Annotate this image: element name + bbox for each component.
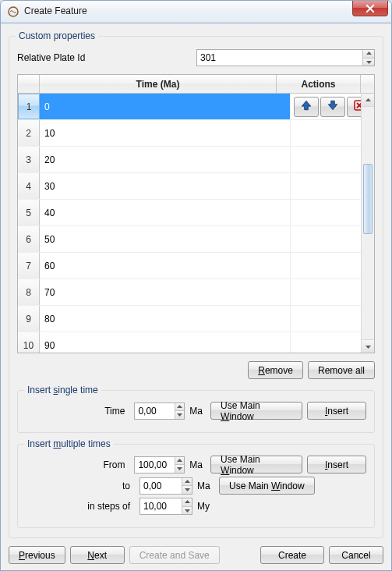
insert-multiple-step-row: in steps of My bbox=[26, 498, 366, 515]
table-row[interactable]: 760 bbox=[18, 253, 374, 279]
row-time-cell[interactable]: 50 bbox=[40, 226, 290, 252]
table-row[interactable]: 540 bbox=[18, 200, 374, 226]
multiple-to-label: to bbox=[26, 481, 135, 491]
spin-up-icon[interactable] bbox=[182, 498, 192, 507]
spin-down-icon[interactable] bbox=[182, 486, 192, 494]
remove-button-row: Remove Remove all bbox=[17, 361, 375, 379]
app-icon bbox=[7, 5, 19, 18]
row-number[interactable]: 10 bbox=[18, 332, 40, 353]
window-title: Create Feature bbox=[24, 5, 391, 18]
row-time-cell[interactable]: 20 bbox=[40, 147, 290, 172]
spin-down-icon[interactable] bbox=[363, 59, 374, 66]
single-time-label: Time bbox=[26, 406, 129, 417]
row-move-up-button[interactable] bbox=[294, 97, 319, 117]
create-button[interactable]: Create bbox=[260, 546, 324, 564]
insert-single-group: Insert single time Time Ma Use Main Wind… bbox=[17, 390, 375, 433]
insert-multiple-group: Insert multiple times From Ma Use Main W… bbox=[17, 444, 375, 528]
spin-up-icon[interactable] bbox=[182, 478, 192, 487]
row-number[interactable]: 7 bbox=[18, 253, 40, 278]
table-header-rownum bbox=[18, 75, 40, 93]
cancel-button[interactable]: Cancel bbox=[329, 546, 383, 564]
table-row[interactable]: 650 bbox=[18, 226, 374, 253]
row-number[interactable]: 4 bbox=[18, 173, 40, 199]
multiple-step-spinbox[interactable] bbox=[139, 498, 192, 515]
table-header-actions: Actions bbox=[277, 75, 361, 93]
row-number[interactable]: 8 bbox=[18, 279, 40, 305]
multiple-from-input[interactable] bbox=[135, 457, 174, 473]
window-close-button[interactable] bbox=[352, 1, 388, 16]
multiple-step-unit: My bbox=[197, 501, 214, 512]
multiple-from-spinbox[interactable] bbox=[134, 456, 185, 473]
arrow-up-icon bbox=[300, 99, 313, 114]
row-number[interactable]: 5 bbox=[18, 200, 40, 225]
row-number[interactable]: 2 bbox=[18, 120, 40, 146]
row-time-cell[interactable]: 40 bbox=[40, 200, 290, 225]
multiple-from-unit: Ma bbox=[189, 459, 206, 470]
row-time-cell[interactable]: 30 bbox=[40, 173, 290, 199]
single-use-main-window-button[interactable]: Use Main Window bbox=[210, 402, 302, 420]
table-row[interactable]: 210 bbox=[18, 120, 374, 147]
row-time-cell[interactable]: 70 bbox=[40, 279, 290, 305]
row-number[interactable]: 1 bbox=[18, 94, 40, 119]
table-header-scroll-gap bbox=[361, 75, 374, 93]
multiple-to-spinbox[interactable] bbox=[139, 477, 192, 495]
relative-plate-label: Relative Plate Id bbox=[17, 52, 196, 63]
time-table: Time (Ma) Actions 1021032043054065076087… bbox=[17, 74, 375, 353]
row-time-cell[interactable]: 80 bbox=[40, 306, 290, 332]
single-time-input[interactable] bbox=[135, 403, 174, 419]
spin-up-icon[interactable] bbox=[175, 457, 185, 466]
scroll-up-icon[interactable] bbox=[362, 94, 374, 107]
next-button[interactable]: Next bbox=[70, 546, 125, 564]
custom-properties-legend: Custom properties bbox=[16, 30, 98, 41]
table-header: Time (Ma) Actions bbox=[18, 75, 374, 94]
custom-properties-group: Custom properties Relative Plate Id Time… bbox=[9, 36, 383, 538]
insert-multiple-to-row: to Ma Use Main Window bbox=[26, 477, 366, 495]
create-and-save-button[interactable]: Create and Save bbox=[129, 546, 220, 564]
multiple-from-label: From bbox=[26, 459, 129, 470]
row-time-cell[interactable]: 60 bbox=[40, 253, 290, 278]
insert-multiple-from-row: From Ma Use Main Window Insert bbox=[26, 456, 366, 473]
table-body: 102103204305406507608709801090 bbox=[18, 94, 374, 353]
remove-all-button[interactable]: Remove all bbox=[308, 361, 375, 379]
row-number[interactable]: 3 bbox=[18, 147, 40, 172]
row-time-cell[interactable]: 90 bbox=[40, 332, 290, 353]
scroll-thumb[interactable] bbox=[363, 164, 373, 234]
row-number[interactable]: 6 bbox=[18, 226, 40, 252]
table-row[interactable]: 870 bbox=[18, 279, 374, 306]
spin-down-icon[interactable] bbox=[175, 411, 185, 419]
spin-down-icon[interactable] bbox=[182, 507, 192, 515]
previous-button[interactable]: Previous bbox=[9, 546, 65, 564]
row-time-cell[interactable]: 0 bbox=[40, 94, 290, 119]
row-time-cell[interactable]: 10 bbox=[40, 120, 290, 146]
remove-button[interactable]: Remove bbox=[248, 361, 303, 379]
spin-down-icon[interactable] bbox=[175, 465, 185, 473]
multiple-step-input[interactable] bbox=[140, 498, 182, 514]
dialog-button-bar: Previous Next Create and Save Create Can… bbox=[9, 546, 383, 564]
row-number[interactable]: 9 bbox=[18, 306, 40, 332]
relative-plate-input[interactable] bbox=[197, 50, 362, 66]
spin-up-icon[interactable] bbox=[363, 50, 374, 59]
relative-plate-spinbuttons[interactable] bbox=[362, 50, 374, 66]
table-row[interactable]: 10 bbox=[18, 94, 374, 120]
table-scrollbar[interactable] bbox=[361, 94, 374, 353]
spin-up-icon[interactable] bbox=[175, 403, 185, 412]
multiple-from-use-main-window-button[interactable]: Use Main Window bbox=[210, 456, 302, 473]
window-body: Custom properties Relative Plate Id Time… bbox=[0, 23, 392, 571]
arrow-down-icon bbox=[327, 99, 339, 114]
multiple-insert-button[interactable]: Insert bbox=[307, 456, 366, 473]
relative-plate-spinbox[interactable] bbox=[196, 49, 375, 66]
table-row[interactable]: 320 bbox=[18, 147, 374, 173]
row-move-down-button[interactable] bbox=[320, 97, 345, 117]
table-row[interactable]: 980 bbox=[18, 306, 374, 332]
single-time-unit: Ma bbox=[189, 406, 206, 417]
single-insert-button[interactable]: Insert bbox=[307, 402, 366, 420]
multiple-to-input[interactable] bbox=[140, 478, 182, 494]
single-time-spinbox[interactable] bbox=[134, 403, 185, 420]
insert-single-legend: Insert single time bbox=[24, 385, 101, 395]
multiple-step-label: in steps of bbox=[26, 501, 135, 512]
insert-single-row: Time Ma Use Main Window Insert bbox=[26, 402, 366, 420]
table-row[interactable]: 430 bbox=[18, 173, 374, 200]
scroll-down-icon[interactable] bbox=[362, 339, 374, 353]
multiple-to-use-main-window-button[interactable]: Use Main Window bbox=[219, 477, 315, 495]
table-row[interactable]: 1090 bbox=[18, 332, 374, 353]
